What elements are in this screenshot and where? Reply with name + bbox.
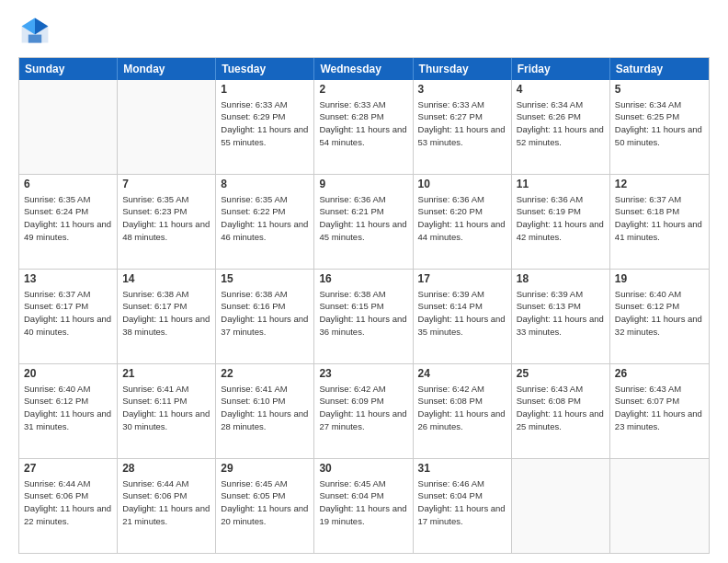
day-number: 1 bbox=[221, 83, 309, 98]
calendar-row-0: 1Sunrise: 6:33 AM Sunset: 6:29 PM Daylig… bbox=[19, 80, 709, 174]
day-info: Sunrise: 6:41 AM Sunset: 6:10 PM Dayligh… bbox=[221, 384, 308, 431]
day-number: 21 bbox=[122, 367, 210, 382]
day-cell-17: 17Sunrise: 6:39 AM Sunset: 6:14 PM Dayli… bbox=[414, 270, 512, 363]
calendar-header: SundayMondayTuesdayWednesdayThursdayFrid… bbox=[19, 58, 709, 80]
day-info: Sunrise: 6:34 AM Sunset: 6:26 PM Dayligh… bbox=[517, 99, 604, 147]
day-number: 31 bbox=[418, 462, 506, 477]
day-number: 30 bbox=[319, 462, 407, 477]
day-number: 19 bbox=[615, 272, 704, 287]
day-info: Sunrise: 6:38 AM Sunset: 6:16 PM Dayligh… bbox=[221, 289, 308, 337]
day-number: 18 bbox=[517, 272, 605, 287]
day-cell-23: 23Sunrise: 6:42 AM Sunset: 6:09 PM Dayli… bbox=[314, 364, 413, 458]
day-info: Sunrise: 6:33 AM Sunset: 6:28 PM Dayligh… bbox=[319, 99, 406, 147]
day-info: Sunrise: 6:36 AM Sunset: 6:20 PM Dayligh… bbox=[418, 194, 506, 242]
calendar-row-1: 6Sunrise: 6:35 AM Sunset: 6:24 PM Daylig… bbox=[19, 174, 709, 269]
day-cell-6: 6Sunrise: 6:35 AM Sunset: 6:24 PM Daylig… bbox=[19, 175, 118, 269]
day-cell-20: 20Sunrise: 6:40 AM Sunset: 6:12 PM Dayli… bbox=[19, 364, 118, 458]
day-cell-31: 31Sunrise: 6:46 AM Sunset: 6:04 PM Dayli… bbox=[414, 459, 512, 553]
day-info: Sunrise: 6:33 AM Sunset: 6:29 PM Dayligh… bbox=[221, 99, 308, 147]
day-number: 22 bbox=[221, 367, 309, 382]
day-cell-30: 30Sunrise: 6:45 AM Sunset: 6:04 PM Dayli… bbox=[314, 459, 413, 553]
day-cell-18: 18Sunrise: 6:39 AM Sunset: 6:13 PM Dayli… bbox=[512, 270, 610, 363]
day-info: Sunrise: 6:38 AM Sunset: 6:17 PM Dayligh… bbox=[122, 289, 210, 337]
day-cell-28: 28Sunrise: 6:44 AM Sunset: 6:06 PM Dayli… bbox=[118, 459, 216, 553]
day-number: 5 bbox=[615, 83, 704, 98]
day-number: 20 bbox=[24, 367, 112, 382]
day-cell-5: 5Sunrise: 6:34 AM Sunset: 6:25 PM Daylig… bbox=[610, 80, 709, 174]
day-info: Sunrise: 6:44 AM Sunset: 6:06 PM Dayligh… bbox=[24, 478, 111, 526]
empty-cell bbox=[19, 80, 118, 174]
day-cell-26: 26Sunrise: 6:43 AM Sunset: 6:07 PM Dayli… bbox=[610, 364, 709, 458]
header-day-saturday: Saturday bbox=[610, 58, 709, 80]
day-number: 27 bbox=[24, 462, 112, 477]
day-number: 28 bbox=[122, 462, 210, 477]
day-cell-22: 22Sunrise: 6:41 AM Sunset: 6:10 PM Dayli… bbox=[216, 364, 314, 458]
day-info: Sunrise: 6:45 AM Sunset: 6:05 PM Dayligh… bbox=[221, 478, 308, 526]
day-cell-7: 7Sunrise: 6:35 AM Sunset: 6:23 PM Daylig… bbox=[118, 175, 216, 269]
day-number: 14 bbox=[122, 272, 210, 287]
day-cell-11: 11Sunrise: 6:36 AM Sunset: 6:19 PM Dayli… bbox=[512, 175, 610, 269]
day-cell-9: 9Sunrise: 6:36 AM Sunset: 6:21 PM Daylig… bbox=[314, 175, 413, 269]
day-number: 10 bbox=[418, 178, 506, 192]
day-number: 9 bbox=[319, 178, 407, 192]
day-info: Sunrise: 6:35 AM Sunset: 6:23 PM Dayligh… bbox=[122, 194, 210, 242]
day-cell-8: 8Sunrise: 6:35 AM Sunset: 6:22 PM Daylig… bbox=[216, 175, 314, 269]
day-number: 16 bbox=[319, 272, 407, 287]
day-info: Sunrise: 6:42 AM Sunset: 6:08 PM Dayligh… bbox=[418, 384, 506, 431]
day-number: 24 bbox=[418, 367, 506, 382]
day-info: Sunrise: 6:45 AM Sunset: 6:04 PM Dayligh… bbox=[319, 478, 406, 526]
calendar-row-3: 20Sunrise: 6:40 AM Sunset: 6:12 PM Dayli… bbox=[19, 363, 709, 458]
calendar: SundayMondayTuesdayWednesdayThursdayFrid… bbox=[18, 57, 710, 554]
logo bbox=[18, 15, 57, 48]
header-day-friday: Friday bbox=[512, 58, 610, 80]
day-cell-10: 10Sunrise: 6:36 AM Sunset: 6:20 PM Dayli… bbox=[414, 175, 512, 269]
day-info: Sunrise: 6:37 AM Sunset: 6:17 PM Dayligh… bbox=[24, 289, 111, 337]
day-info: Sunrise: 6:38 AM Sunset: 6:15 PM Dayligh… bbox=[319, 289, 406, 337]
day-cell-24: 24Sunrise: 6:42 AM Sunset: 6:08 PM Dayli… bbox=[414, 364, 512, 458]
day-info: Sunrise: 6:35 AM Sunset: 6:22 PM Dayligh… bbox=[221, 194, 308, 242]
day-info: Sunrise: 6:37 AM Sunset: 6:18 PM Dayligh… bbox=[615, 194, 702, 242]
day-number: 26 bbox=[615, 367, 704, 382]
day-number: 15 bbox=[221, 272, 309, 287]
day-cell-16: 16Sunrise: 6:38 AM Sunset: 6:15 PM Dayli… bbox=[314, 270, 413, 363]
header-day-thursday: Thursday bbox=[414, 58, 512, 80]
day-number: 13 bbox=[24, 272, 112, 287]
day-number: 4 bbox=[517, 83, 605, 98]
empty-cell bbox=[512, 459, 610, 553]
header bbox=[18, 15, 710, 48]
day-number: 2 bbox=[319, 83, 407, 98]
calendar-row-2: 13Sunrise: 6:37 AM Sunset: 6:17 PM Dayli… bbox=[19, 269, 709, 363]
day-cell-12: 12Sunrise: 6:37 AM Sunset: 6:18 PM Dayli… bbox=[610, 175, 709, 269]
day-number: 29 bbox=[221, 462, 309, 477]
header-day-sunday: Sunday bbox=[19, 58, 118, 80]
day-number: 25 bbox=[517, 367, 605, 382]
page: SundayMondayTuesdayWednesdayThursdayFrid… bbox=[0, 0, 728, 563]
day-cell-4: 4Sunrise: 6:34 AM Sunset: 6:26 PM Daylig… bbox=[512, 80, 610, 174]
day-info: Sunrise: 6:42 AM Sunset: 6:09 PM Dayligh… bbox=[319, 384, 406, 431]
day-info: Sunrise: 6:39 AM Sunset: 6:13 PM Dayligh… bbox=[517, 289, 604, 337]
day-cell-1: 1Sunrise: 6:33 AM Sunset: 6:29 PM Daylig… bbox=[216, 80, 314, 174]
calendar-row-4: 27Sunrise: 6:44 AM Sunset: 6:06 PM Dayli… bbox=[19, 458, 709, 553]
header-day-monday: Monday bbox=[118, 58, 216, 80]
day-info: Sunrise: 6:40 AM Sunset: 6:12 PM Dayligh… bbox=[615, 289, 702, 337]
logo-icon bbox=[18, 15, 51, 48]
svg-rect-3 bbox=[28, 35, 41, 43]
day-cell-3: 3Sunrise: 6:33 AM Sunset: 6:27 PM Daylig… bbox=[414, 80, 512, 174]
day-info: Sunrise: 6:34 AM Sunset: 6:25 PM Dayligh… bbox=[615, 99, 702, 147]
day-info: Sunrise: 6:46 AM Sunset: 6:04 PM Dayligh… bbox=[418, 478, 506, 526]
day-info: Sunrise: 6:44 AM Sunset: 6:06 PM Dayligh… bbox=[122, 478, 210, 526]
day-number: 8 bbox=[221, 178, 309, 192]
day-cell-14: 14Sunrise: 6:38 AM Sunset: 6:17 PM Dayli… bbox=[118, 270, 216, 363]
day-info: Sunrise: 6:43 AM Sunset: 6:08 PM Dayligh… bbox=[517, 384, 604, 431]
day-number: 17 bbox=[418, 272, 506, 287]
day-number: 23 bbox=[319, 367, 407, 382]
day-cell-15: 15Sunrise: 6:38 AM Sunset: 6:16 PM Dayli… bbox=[216, 270, 314, 363]
day-number: 11 bbox=[517, 178, 605, 192]
day-cell-25: 25Sunrise: 6:43 AM Sunset: 6:08 PM Dayli… bbox=[512, 364, 610, 458]
day-cell-19: 19Sunrise: 6:40 AM Sunset: 6:12 PM Dayli… bbox=[610, 270, 709, 363]
header-day-tuesday: Tuesday bbox=[216, 58, 314, 80]
day-number: 3 bbox=[418, 83, 506, 98]
day-info: Sunrise: 6:40 AM Sunset: 6:12 PM Dayligh… bbox=[24, 384, 111, 431]
day-info: Sunrise: 6:33 AM Sunset: 6:27 PM Dayligh… bbox=[418, 99, 506, 147]
day-info: Sunrise: 6:39 AM Sunset: 6:14 PM Dayligh… bbox=[418, 289, 506, 337]
